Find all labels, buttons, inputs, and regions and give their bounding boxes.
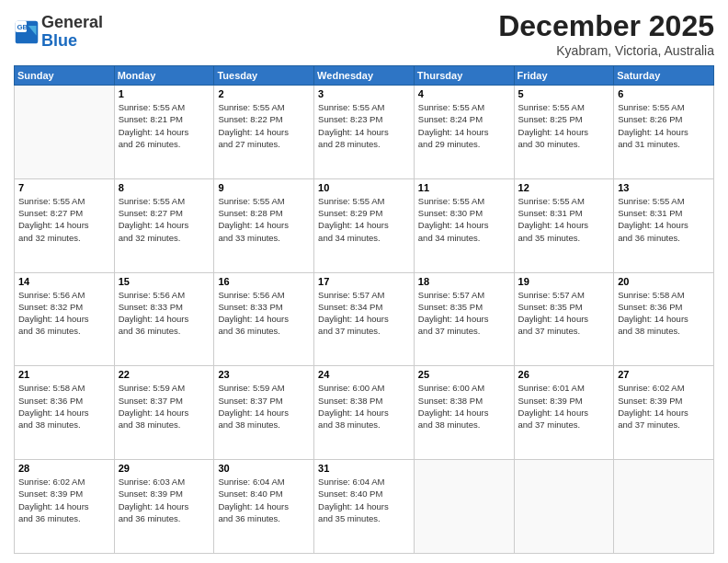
day-info: Sunrise: 6:01 AM Sunset: 8:39 PM Dayligh… [518, 382, 610, 431]
day-number: 18 [418, 276, 510, 287]
calendar-cell: 26Sunrise: 6:01 AM Sunset: 8:39 PM Dayli… [514, 366, 614, 460]
calendar-cell: 29Sunrise: 6:03 AM Sunset: 8:39 PM Dayli… [114, 460, 214, 554]
calendar-cell: 20Sunrise: 5:58 AM Sunset: 8:36 PM Dayli… [614, 272, 714, 366]
day-number: 4 [418, 88, 510, 99]
day-number: 25 [418, 369, 510, 380]
day-info: Sunrise: 5:58 AM Sunset: 8:36 PM Dayligh… [618, 289, 710, 338]
day-info: Sunrise: 5:57 AM Sunset: 8:34 PM Dayligh… [318, 289, 410, 338]
calendar-week-row: 28Sunrise: 6:02 AM Sunset: 8:39 PM Dayli… [15, 460, 714, 554]
day-number: 27 [618, 369, 710, 380]
day-info: Sunrise: 5:55 AM Sunset: 8:21 PM Dayligh… [119, 101, 210, 150]
day-info: Sunrise: 5:56 AM Sunset: 8:33 PM Dayligh… [218, 289, 310, 338]
day-info: Sunrise: 5:56 AM Sunset: 8:33 PM Dayligh… [119, 289, 210, 338]
day-number: 19 [518, 276, 610, 287]
calendar-week-row: 14Sunrise: 5:56 AM Sunset: 8:32 PM Dayli… [15, 272, 714, 366]
day-number: 29 [119, 463, 210, 474]
calendar-cell: 15Sunrise: 5:56 AM Sunset: 8:33 PM Dayli… [114, 272, 214, 366]
weekday-header: Sunday [15, 66, 115, 86]
day-number: 12 [518, 182, 610, 193]
calendar-cell: 28Sunrise: 6:02 AM Sunset: 8:39 PM Dayli… [15, 460, 115, 554]
day-info: Sunrise: 5:59 AM Sunset: 8:37 PM Dayligh… [119, 382, 210, 431]
day-info: Sunrise: 5:56 AM Sunset: 8:32 PM Dayligh… [18, 289, 110, 338]
day-number: 17 [318, 276, 410, 287]
calendar-cell: 22Sunrise: 5:59 AM Sunset: 8:37 PM Dayli… [114, 366, 214, 460]
location-title: Kyabram, Victoria, Australia [498, 43, 714, 58]
calendar-cell: 9Sunrise: 5:55 AM Sunset: 8:28 PM Daylig… [214, 178, 314, 272]
day-info: Sunrise: 5:55 AM Sunset: 8:31 PM Dayligh… [618, 195, 710, 244]
logo-general: General [41, 13, 103, 31]
month-title: December 2025 [498, 9, 714, 43]
calendar-cell [15, 86, 115, 179]
day-info: Sunrise: 5:57 AM Sunset: 8:35 PM Dayligh… [418, 289, 510, 338]
day-number: 16 [218, 276, 310, 287]
day-number: 11 [418, 182, 510, 193]
day-info: Sunrise: 5:55 AM Sunset: 8:28 PM Dayligh… [218, 195, 310, 244]
weekday-header: Thursday [414, 66, 514, 86]
day-info: Sunrise: 5:57 AM Sunset: 8:35 PM Dayligh… [518, 289, 610, 338]
day-info: Sunrise: 6:00 AM Sunset: 8:38 PM Dayligh… [418, 382, 510, 431]
calendar-week-row: 7Sunrise: 5:55 AM Sunset: 8:27 PM Daylig… [15, 178, 714, 272]
svg-text:GB: GB [17, 22, 28, 30]
calendar-cell: 11Sunrise: 5:55 AM Sunset: 8:30 PM Dayli… [414, 178, 514, 272]
day-info: Sunrise: 6:00 AM Sunset: 8:38 PM Dayligh… [318, 382, 410, 431]
day-info: Sunrise: 5:59 AM Sunset: 8:37 PM Dayligh… [218, 382, 310, 431]
calendar-cell: 2Sunrise: 5:55 AM Sunset: 8:22 PM Daylig… [214, 86, 314, 179]
calendar-cell: 7Sunrise: 5:55 AM Sunset: 8:27 PM Daylig… [15, 178, 115, 272]
day-number: 8 [119, 182, 210, 193]
day-info: Sunrise: 5:55 AM Sunset: 8:24 PM Dayligh… [418, 101, 510, 150]
calendar-cell: 3Sunrise: 5:55 AM Sunset: 8:23 PM Daylig… [314, 86, 415, 179]
day-number: 23 [218, 369, 310, 380]
day-info: Sunrise: 5:58 AM Sunset: 8:36 PM Dayligh… [18, 382, 110, 431]
day-number: 28 [18, 463, 110, 474]
day-info: Sunrise: 5:55 AM Sunset: 8:27 PM Dayligh… [18, 195, 110, 244]
day-info: Sunrise: 5:55 AM Sunset: 8:23 PM Dayligh… [318, 101, 410, 150]
day-number: 26 [518, 369, 610, 380]
day-info: Sunrise: 5:55 AM Sunset: 8:25 PM Dayligh… [518, 101, 610, 150]
calendar-cell: 19Sunrise: 5:57 AM Sunset: 8:35 PM Dayli… [514, 272, 614, 366]
day-info: Sunrise: 6:04 AM Sunset: 8:40 PM Dayligh… [218, 476, 310, 524]
calendar-cell: 8Sunrise: 5:55 AM Sunset: 8:27 PM Daylig… [114, 178, 214, 272]
day-number: 6 [618, 88, 710, 99]
calendar-cell: 12Sunrise: 5:55 AM Sunset: 8:31 PM Dayli… [514, 178, 614, 272]
day-info: Sunrise: 5:55 AM Sunset: 8:29 PM Dayligh… [318, 195, 410, 244]
calendar-cell: 5Sunrise: 5:55 AM Sunset: 8:25 PM Daylig… [514, 86, 614, 179]
weekday-header: Friday [514, 66, 614, 86]
calendar-cell: 10Sunrise: 5:55 AM Sunset: 8:29 PM Dayli… [314, 178, 415, 272]
calendar-cell: 13Sunrise: 5:55 AM Sunset: 8:31 PM Dayli… [614, 178, 714, 272]
day-number: 22 [119, 369, 210, 380]
logo: GB General Blue [14, 14, 103, 51]
calendar-cell: 31Sunrise: 6:04 AM Sunset: 8:40 PM Dayli… [314, 460, 415, 554]
logo-icon: GB [14, 19, 40, 45]
day-info: Sunrise: 5:55 AM Sunset: 8:26 PM Dayligh… [618, 101, 710, 150]
weekday-header: Saturday [614, 66, 714, 86]
calendar-cell: 4Sunrise: 5:55 AM Sunset: 8:24 PM Daylig… [414, 86, 514, 179]
logo-blue: Blue [41, 31, 77, 50]
day-number: 9 [218, 182, 310, 193]
weekday-header-row: SundayMondayTuesdayWednesdayThursdayFrid… [15, 66, 714, 86]
calendar-cell: 6Sunrise: 5:55 AM Sunset: 8:26 PM Daylig… [614, 86, 714, 179]
day-info: Sunrise: 5:55 AM Sunset: 8:22 PM Dayligh… [218, 101, 310, 150]
calendar-cell: 30Sunrise: 6:04 AM Sunset: 8:40 PM Dayli… [214, 460, 314, 554]
calendar-cell [514, 460, 614, 554]
day-number: 13 [618, 182, 710, 193]
day-info: Sunrise: 6:02 AM Sunset: 8:39 PM Dayligh… [618, 382, 710, 431]
day-number: 14 [18, 276, 110, 287]
day-number: 20 [618, 276, 710, 287]
calendar-cell: 24Sunrise: 6:00 AM Sunset: 8:38 PM Dayli… [314, 366, 415, 460]
day-number: 24 [318, 369, 410, 380]
weekday-header: Tuesday [214, 66, 314, 86]
day-number: 10 [318, 182, 410, 193]
calendar-cell [614, 460, 714, 554]
calendar-cell: 14Sunrise: 5:56 AM Sunset: 8:32 PM Dayli… [15, 272, 115, 366]
weekday-header: Wednesday [314, 66, 415, 86]
day-info: Sunrise: 5:55 AM Sunset: 8:27 PM Dayligh… [119, 195, 210, 244]
day-info: Sunrise: 5:55 AM Sunset: 8:31 PM Dayligh… [518, 195, 610, 244]
calendar-cell: 25Sunrise: 6:00 AM Sunset: 8:38 PM Dayli… [414, 366, 514, 460]
logo-text: General Blue [41, 14, 103, 51]
day-number: 30 [218, 463, 310, 474]
calendar-week-row: 21Sunrise: 5:58 AM Sunset: 8:36 PM Dayli… [15, 366, 714, 460]
day-number: 15 [119, 276, 210, 287]
day-info: Sunrise: 6:03 AM Sunset: 8:39 PM Dayligh… [119, 476, 210, 524]
day-info: Sunrise: 6:02 AM Sunset: 8:39 PM Dayligh… [18, 476, 110, 524]
calendar-week-row: 1Sunrise: 5:55 AM Sunset: 8:21 PM Daylig… [15, 86, 714, 179]
